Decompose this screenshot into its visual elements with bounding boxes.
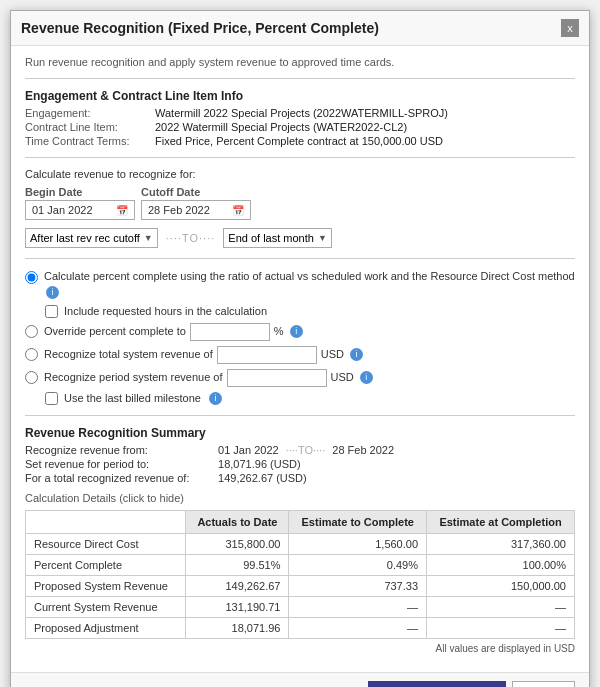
option3-label: Recognize total system revenue of USD i <box>44 346 363 364</box>
include-hours-label: Include requested hours in the calculati… <box>64 305 267 317</box>
date-section-title: Calculate revenue to recognize for: <box>25 168 575 180</box>
row-actuals: 315,800.00 <box>186 533 289 554</box>
row-label: Current System Revenue <box>26 596 186 617</box>
modal-body: Run revenue recognition and apply system… <box>11 46 589 672</box>
option1-radio[interactable] <box>25 271 38 284</box>
row-actuals: 149,262.67 <box>186 575 289 596</box>
row-estimate-complete: 1,560.00 <box>289 533 427 554</box>
option4-radio-option: Recognize period system revenue of USD i <box>25 369 575 387</box>
last-billed-label: Use the last billed milestone <box>64 392 201 404</box>
col-header-empty <box>26 510 186 533</box>
include-hours-checkbox[interactable] <box>45 305 58 318</box>
option4-checkbox: Use the last billed milestone i <box>45 392 575 405</box>
divider-2 <box>25 157 575 158</box>
total-recognized-row: For a total recognized revenue of: 149,2… <box>25 472 575 484</box>
col-header-estimate-complete: Estimate to Complete <box>289 510 427 533</box>
begin-date-label: Begin Date <box>25 186 135 198</box>
option1-radio-option: Calculate percent complete using the rat… <box>25 269 575 300</box>
date-row: Begin Date 01 Jan 2022 📅 Cutoff Date 28 … <box>25 186 575 220</box>
dropdown-row: After last rev rec cutoff ▼ ····TO···· E… <box>25 228 575 248</box>
recognize-to-value: 28 Feb 2022 <box>332 444 394 456</box>
option4-info-icon[interactable]: i <box>360 371 373 384</box>
option4-radio[interactable] <box>25 371 38 384</box>
option3-info-icon[interactable]: i <box>350 348 363 361</box>
cutoff-date-input[interactable]: 28 Feb 2022 📅 <box>141 200 251 220</box>
total-recognized-label: For a total recognized revenue of: <box>25 472 215 484</box>
contract-line-row: Contract Line Item: 2022 Watermill Speci… <box>25 121 575 133</box>
row-estimate-completion: 100.00% <box>427 554 575 575</box>
col-header-actuals: Actuals to Date <box>186 510 289 533</box>
option1-info-icon[interactable]: i <box>46 286 59 299</box>
modal-subtitle: Run revenue recognition and apply system… <box>25 56 575 68</box>
calendar-icon-begin: 📅 <box>116 205 128 216</box>
option4-checkbox-info-icon[interactable]: i <box>209 392 222 405</box>
total-recognized-value: 149,262.67 (USD) <box>218 472 307 484</box>
divider-4 <box>25 415 575 416</box>
option3-radio[interactable] <box>25 348 38 361</box>
divider-1 <box>25 78 575 79</box>
row-actuals: 131,190.71 <box>186 596 289 617</box>
row-label: Proposed Adjustment <box>26 617 186 638</box>
options-section: Calculate percent complete using the rat… <box>25 269 575 405</box>
row-actuals: 99.51% <box>186 554 289 575</box>
option4-input[interactable] <box>227 369 327 387</box>
modal-container: Revenue Recognition (Fixed Price, Percen… <box>10 10 590 687</box>
close-button[interactable]: x <box>561 19 579 37</box>
option1-checkbox: Include requested hours in the calculati… <box>45 305 575 318</box>
engagement-label: Engagement: <box>25 107 155 119</box>
option3-input[interactable] <box>217 346 317 364</box>
row-actuals: 18,071.96 <box>186 617 289 638</box>
option2-radio[interactable] <box>25 325 38 338</box>
row-estimate-complete: 737.33 <box>289 575 427 596</box>
begin-date-value: 01 Jan 2022 <box>32 204 93 216</box>
row-label: Percent Complete <box>26 554 186 575</box>
option1-label: Calculate percent complete using the rat… <box>44 269 575 300</box>
engagement-value: Watermill 2022 Special Projects (2022WAT… <box>155 107 448 119</box>
date-section: Calculate revenue to recognize for: Begi… <box>25 168 575 248</box>
divider-3 <box>25 258 575 259</box>
time-contract-label: Time Contract Terms: <box>25 135 155 147</box>
option2-label: Override percent complete to % i <box>44 323 303 341</box>
contract-line-value: 2022 Watermill Special Projects (WATER20… <box>155 121 407 133</box>
option4-label: Recognize period system revenue of USD i <box>44 369 373 387</box>
cutoff-date-field: Cutoff Date 28 Feb 2022 📅 <box>141 186 251 220</box>
to-dropdown[interactable]: End of last month ▼ <box>223 228 332 248</box>
summary-title: Revenue Recognition Summary <box>25 426 575 440</box>
from-dropdown[interactable]: After last rev rec cutoff ▼ <box>25 228 158 248</box>
calc-toggle[interactable]: Calculation Details (click to hide) <box>25 492 575 504</box>
summary-section: Revenue Recognition Summary Recognize re… <box>25 426 575 484</box>
calendar-icon-cutoff: 📅 <box>232 205 244 216</box>
engagement-row: Engagement: Watermill 2022 Special Proje… <box>25 107 575 119</box>
table-row: Resource Direct Cost 315,800.00 1,560.00… <box>26 533 575 554</box>
row-label: Resource Direct Cost <box>26 533 186 554</box>
calculation-table: Actuals to Date Estimate to Complete Est… <box>25 510 575 639</box>
from-dropdown-arrow: ▼ <box>144 233 153 243</box>
to-connector: ····TO···· <box>166 232 216 244</box>
row-estimate-completion: 150,000.00 <box>427 575 575 596</box>
set-revenue-value: 18,071.96 (USD) <box>218 458 301 470</box>
row-estimate-completion: — <box>427 617 575 638</box>
begin-date-input[interactable]: 01 Jan 2022 📅 <box>25 200 135 220</box>
calculation-section: Calculation Details (click to hide) Actu… <box>25 492 575 654</box>
time-contract-value: Fixed Price, Percent Complete contract a… <box>155 135 443 147</box>
begin-date-field: Begin Date 01 Jan 2022 📅 <box>25 186 135 220</box>
option2-input[interactable] <box>190 323 270 341</box>
set-revenue-row: Set revenue for period to: 18,071.96 (US… <box>25 458 575 470</box>
modal-footer: Recognize Revenue Cancel <box>11 672 589 687</box>
recognize-revenue-button[interactable]: Recognize Revenue <box>368 681 505 687</box>
row-estimate-completion: — <box>427 596 575 617</box>
modal-header: Revenue Recognition (Fixed Price, Percen… <box>11 11 589 46</box>
row-label: Proposed System Revenue <box>26 575 186 596</box>
row-estimate-complete: — <box>289 596 427 617</box>
to-dropdown-arrow: ▼ <box>318 233 327 243</box>
recognize-from-value: 01 Jan 2022 <box>218 444 279 456</box>
row-estimate-complete: 0.49% <box>289 554 427 575</box>
table-row: Proposed Adjustment 18,071.96 — — <box>26 617 575 638</box>
cutoff-date-label: Cutoff Date <box>141 186 251 198</box>
contract-line-label: Contract Line Item: <box>25 121 155 133</box>
last-billed-checkbox[interactable] <box>45 392 58 405</box>
cancel-button[interactable]: Cancel <box>512 681 575 687</box>
option2-info-icon[interactable]: i <box>290 325 303 338</box>
recognize-from-label: Recognize revenue from: <box>25 444 215 456</box>
option2-radio-option: Override percent complete to % i <box>25 323 575 341</box>
